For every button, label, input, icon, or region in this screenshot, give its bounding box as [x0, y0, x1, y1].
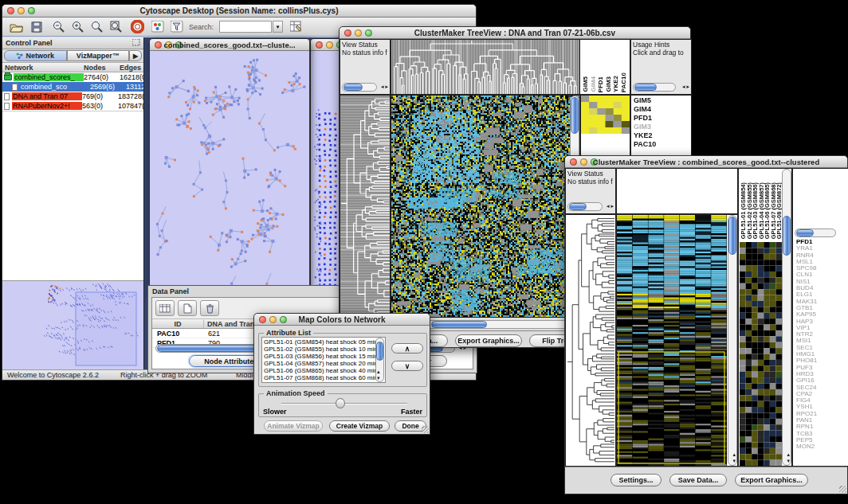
zoom-fit-icon[interactable]	[108, 19, 125, 34]
network1-titlebar[interactable]: combined_scores_good.txt--cluste...	[150, 39, 309, 51]
main-window-title: Cytoscape Desktop (Session Name: collins…	[2, 6, 476, 15]
attribute-list-label: Attribute List	[264, 329, 313, 337]
tv1-column-labels: GIM5GIM4PFD1GIM3YKE2PAC10	[580, 39, 630, 95]
animate-vizmap-button[interactable]: Animate Vizmap	[264, 420, 323, 432]
tv1-column-label: PAC10	[620, 72, 627, 92]
tv2-vscroll-arrows[interactable]: ▴▾	[732, 451, 736, 464]
tv2-gene-label[interactable]: MON2	[796, 443, 817, 450]
tv2-status-hscroll[interactable]	[567, 202, 603, 211]
tv1-row-dendrogram[interactable]	[340, 95, 391, 318]
tv1-view-status-panel: View Status No status info f ◂▸	[340, 39, 391, 95]
vizmapper-icon[interactable]	[149, 19, 167, 34]
tv2-labels-hscroll[interactable]	[795, 229, 836, 237]
network-row[interactable]: RNAPuberNov2+!563(0)107847(0)	[2, 101, 143, 111]
tv2-heatmap-vscroll[interactable]	[728, 215, 737, 466]
tv1-heatmap-panel[interactable]: ▴▾	[391, 95, 580, 318]
tv2-status-scroll-arrows[interactable]: ◂▸	[607, 203, 614, 209]
save-icon[interactable]	[28, 19, 45, 34]
animation-speed-label: Animation Speed	[264, 389, 328, 397]
attribute-item[interactable]: GPL51-01 (GSM854) heat shock 05 min	[264, 338, 383, 346]
zoom-in-icon[interactable]	[69, 19, 87, 34]
attribute-list-group: Attribute List GPL51-01 (GSM854) heat sh…	[258, 333, 427, 387]
tv1-summary-canvas[interactable]	[581, 96, 630, 134]
create-vizmap-button[interactable]: Create Vizmap	[329, 420, 390, 432]
main-titlebar[interactable]: Cytoscape Desktop (Session Name: collins…	[2, 5, 476, 18]
tv1-status-scroll-arrows[interactable]: ◂▸	[381, 84, 388, 90]
tv2-zoom-vscroll[interactable]	[782, 169, 791, 466]
tv1-heatmap-canvas[interactable]	[391, 96, 579, 317]
network-edges: 16218(0)	[120, 73, 143, 81]
zoom-out-icon[interactable]	[50, 19, 68, 34]
attribute-up-button[interactable]: ∧	[391, 343, 423, 354]
network1-canvas[interactable]	[150, 51, 309, 294]
tv1-rowtree-canvas[interactable]	[340, 96, 390, 317]
attribute-list[interactable]: GPL51-01 (GSM854) heat shock 05 minGPL51…	[261, 337, 386, 383]
dialog-resize-grip[interactable]	[422, 426, 429, 433]
network-window-1: combined_scores_good.txt--cluste...	[149, 38, 310, 295]
overview-canvas[interactable]	[2, 281, 143, 369]
tv2-row-dendrogram[interactable]	[565, 214, 616, 467]
tv2-save-data-button[interactable]: Save Data...	[669, 474, 727, 486]
attribute-item[interactable]: GPL51-07 (GSM868) heat shock 60 min	[264, 374, 383, 381]
tv1-export-graphics-button[interactable]: Export Graphics...	[455, 334, 522, 347]
network-edges: 107847(0)	[118, 102, 143, 110]
network-tree-empty[interactable]	[2, 111, 143, 280]
folder-icon	[4, 74, 12, 80]
tv2-heatmap-canvas[interactable]	[617, 215, 727, 466]
attribute-down-button[interactable]: ∨	[391, 361, 423, 371]
tab-overflow-button[interactable]: ▶	[129, 50, 142, 61]
network-row[interactable]: combined_sco2569(6)13112(15)	[2, 82, 143, 92]
attribute-item[interactable]: GPL51-04 (GSM857) heat shock 20 min	[264, 360, 383, 367]
tv2-gene-labels-panel: PFD1YRA1RNR4MSL1SPC98CLN1NIS1BUD4ELG1MAK…	[792, 168, 848, 467]
search-input[interactable]	[219, 21, 272, 33]
network-row[interactable]: DNA and Tran 07769(0)183728(0)	[2, 92, 143, 101]
zoom-selected-icon[interactable]	[88, 19, 106, 34]
tv1-hints-scroll-arrows[interactable]: ◂▸	[682, 84, 689, 90]
tv1-row-label: GIM3	[634, 123, 691, 131]
filter-icon[interactable]	[168, 19, 186, 34]
dialog-titlebar[interactable]: Map Colors to Network	[254, 314, 430, 326]
network-row[interactable]: combined_scores_2764(0)16218(0)	[2, 72, 143, 82]
tv1-status-hscroll[interactable]	[342, 83, 377, 92]
tv1-view-status-text: No status info f	[342, 49, 388, 57]
delete-attribute-icon[interactable]	[200, 300, 219, 316]
tv2-resize-grip[interactable]	[839, 486, 846, 493]
search-dropdown-arrow[interactable]: ▾	[273, 21, 283, 33]
control-panel-title: Control Panel	[6, 39, 53, 47]
tv1-column-dendrogram[interactable]	[391, 39, 580, 95]
attribute-browser-icon[interactable]	[288, 19, 305, 34]
tv2-zoom-panel[interactable]: GPL51-01 (GSM854)GPL51-02 (GSM855)GPL51-…	[738, 168, 792, 467]
tv2-rowtree-canvas[interactable]	[566, 215, 615, 466]
tv2-zoom-vscroll-arrows[interactable]: ▴▾	[787, 451, 790, 464]
help-lifering-icon[interactable]	[128, 19, 146, 34]
new-attribute-icon[interactable]	[178, 300, 197, 316]
tv2-gene-list[interactable]: PFD1YRA1RNR4MSL1SPC98CLN1NIS1BUD4ELG1MAK…	[796, 239, 817, 451]
tv1-coltree-canvas[interactable]	[391, 40, 579, 94]
attribute-item[interactable]: GPL51-03 (GSM856) heat shock 15 min	[264, 353, 383, 360]
network-tab-icon	[16, 53, 23, 59]
select-attributes-icon[interactable]	[155, 300, 175, 316]
tv1-column-label: GIM5	[582, 76, 589, 92]
tv2-export-graphics-button[interactable]: Export Graphics...	[735, 474, 808, 486]
tab-network[interactable]: Network	[4, 50, 67, 61]
treeview1-titlebar[interactable]: ClusterMaker TreeView : DNA and Tran 07-…	[340, 27, 690, 39]
tv2-zoom-canvas[interactable]	[740, 242, 782, 466]
treeview2-title: ClusterMaker TreeView : combined_scores_…	[565, 158, 847, 166]
network-nodes: 563(0)	[82, 102, 118, 110]
network-name: RNAPuberNov2+!	[12, 102, 82, 110]
network-table-header[interactable]: Network Nodes Edges	[2, 63, 143, 72]
speed-slider-thumb[interactable]	[336, 398, 345, 408]
attribute-item[interactable]: GPL51-06 (GSM865) heat shock 40 min	[264, 367, 383, 374]
float-panel-icon[interactable]	[132, 39, 140, 48]
tv2-button-row: Settings... Save Data... Export Graphics…	[565, 467, 847, 494]
open-file-icon[interactable]	[7, 19, 25, 34]
attr-scroll-arrows[interactable]: ▴▾	[377, 369, 380, 381]
tv2-settings-button[interactable]: Settings...	[610, 474, 662, 486]
overview-panel[interactable]	[2, 280, 143, 369]
attribute-item[interactable]: GPL51-02 (GSM855) heat shock 10 min	[264, 346, 383, 353]
tv2-heatmap-panel[interactable]: ▴▾	[616, 214, 738, 467]
tv1-row-label: GIM4	[634, 105, 691, 114]
tv1-hints-hscroll[interactable]	[633, 83, 676, 92]
tab-vizmapper[interactable]: VizMapper™	[67, 50, 130, 61]
treeview2-titlebar[interactable]: ClusterMaker TreeView : combined_scores_…	[565, 156, 847, 168]
